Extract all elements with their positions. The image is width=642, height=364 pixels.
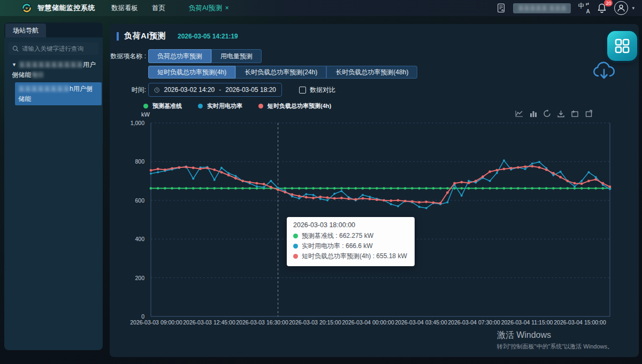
notification-badge: 20 [604,0,613,6]
tooltip-row-text: 预测基准线 : 662.275 kW [302,231,373,241]
notifications-bell-icon[interactable]: 20 [597,3,607,13]
download-icon[interactable] [557,110,565,118]
tooltip-series-dot-icon [293,234,298,238]
legend-dot-icon [143,104,148,109]
sidebar-tabstrip: 场站导航 [4,22,103,37]
clock-icon [154,87,160,94]
x-axis-labels: 2026-03-03 09:00:002026-03-03 12:45:0020… [151,319,610,327]
data-compare-checkbox[interactable] [299,87,306,94]
station-search-input[interactable]: 请输入关键字进行查询 [9,42,98,55]
forecast-horizon-tab-group: 短时负载总功率预测(4h)长时负载总功率预测(24h)长时负载总功率预测(48h… [148,66,417,79]
restore-icon[interactable] [543,110,551,118]
legend-item-2[interactable]: 短时负载总功率预测(4h) [258,102,331,110]
tooltip-row-text: 实时用电功率 : 666.6 kW [302,241,373,251]
menu-item-home[interactable]: 首页 [152,4,165,13]
search-placeholder: 请输入关键字进行查询 [22,45,83,53]
tree-item-project[interactable]: ▼某某某某某某某某某某用户侧储能项目 [4,58,103,81]
report-icon[interactable] [496,3,506,13]
horizon-tab-2[interactable]: 长时负载总功率预测(48h) [326,66,417,79]
language-switch-icon[interactable]: 中⇄A [578,3,590,13]
x-tick-label: 2026-03-04 07:30:00 [448,319,500,326]
y-tick-label: 600 [135,197,144,204]
data-zoom-icon[interactable] [571,110,579,118]
dataset-tab-group: 负荷总功率预测用电量预测 [148,49,262,63]
tooltip-row-0: 预测基准线 : 662.275 kW [293,231,407,241]
dataset-label: 数据项名称 : [110,52,146,61]
x-tick-label: 2026-03-03 20:15:00 [289,319,341,326]
legend-dot-icon [258,104,263,109]
menu-item-dashboard[interactable]: 数据看板 [111,4,138,13]
tab-load-ai-forecast[interactable]: 负荷AI预测 × [189,4,229,13]
app-logo-icon [21,3,32,13]
legend-label: 预测基准线 [152,102,182,110]
station-tree: ▼某某某某某某某某某某用户侧储能项目 某某某某某某某某h用户侧储能 [4,58,103,105]
title-accent-bar [117,32,119,41]
x-tick-label: 2026-03-03 12:45:00 [183,319,235,326]
time-start-value[interactable]: 2026-03-02 14:20 [164,86,215,94]
time-end-value[interactable]: 2026-03-05 18:20 [225,86,276,94]
y-tick-label: 800 [135,158,144,165]
x-tick-label: 2026-03-03 09:00:00 [130,319,182,326]
y-axis-labels: 02004006008001,000 [112,123,148,316]
tooltip-row-text: 短时负载总功率预测(4h) : 655.18 kW [302,251,407,261]
time-label: 时间: [110,86,146,95]
cloud-download-button[interactable] [592,60,616,82]
series-line-2 [151,166,610,203]
y-axis-unit: kW [141,111,150,118]
topbar-menu: 数据看板 首页 [111,4,165,13]
time-row: 时间: 2026-03-02 14:20 - 2026-03-05 18:20 … [110,83,335,97]
y-tick-label: 1,000 [131,120,144,126]
x-tick-label: 2026-03-04 00:00:00 [342,319,394,326]
x-tick-label: 2026-03-04 15:00:00 [554,319,606,326]
time-range-picker[interactable]: 2026-03-02 14:20 - 2026-03-05 18:20 [148,83,282,97]
dataset-row: 数据项名称 : 负荷总功率预测用电量预测 [110,49,262,63]
x-tick-label: 2026-03-04 03:45:00 [395,319,447,326]
subtab-row: 短时负载总功率预测(4h)长时负载总功率预测(24h)长时负载总功率预测(48h… [110,66,417,79]
user-menu-caret-icon[interactable]: ▾ [632,5,635,11]
avatar[interactable] [614,1,628,15]
topbar-right: 某某某某某 某某某 中⇄A 20 ▾ [496,1,635,15]
tab-label: 负荷AI预测 [189,4,222,13]
y-tick-label: 400 [135,236,144,242]
dataset-tab-0[interactable]: 负荷总功率预测 [148,49,211,63]
topbar: 智慧储能监控系统 数据看板 首页 负荷AI预测 × 某某某某某 某某某 中⇄A … [0,0,642,16]
sidebar-tab-station-nav[interactable]: 场站导航 [5,24,46,37]
tree-expand-caret-icon[interactable]: ▼ [12,61,17,69]
tooltip-row-1: 实时用电功率 : 666.6 kW [293,241,407,251]
main-panel: 负荷AI预测 2026-03-05 14:21:19 数据项名称 : 负荷总功率… [110,24,639,357]
legend-item-1[interactable]: 实时用电功率 [198,102,242,110]
x-tick-label: 2026-03-03 16:30:00 [236,319,288,326]
legend-dot-icon [198,104,203,109]
horizon-tab-0[interactable]: 短时负载总功率预测(4h) [148,66,235,79]
windows-activation-watermark: 激活 Windows 转到"控制面板"中的"系统"以激活 Windows。 [497,330,613,351]
horizon-tab-1[interactable]: 长时负载总功率预测(24h) [235,66,326,79]
cloud-download-icon [592,60,616,82]
tooltip-series-dot-icon [293,254,298,259]
data-compare-toggle[interactable]: 数据对比 [299,86,335,95]
page-header: 负荷AI预测 2026-03-05 14:21:19 [117,31,238,41]
forecast-chart[interactable]: 2026-03-03 18:00:00 预测基准线 : 662.275 kW实时… [151,123,610,316]
org-name-redacted: 某某某某某 某某某 [513,3,571,13]
legend-item-0[interactable]: 预测基准线 [143,102,182,110]
tab-close-icon[interactable]: × [225,4,229,12]
x-tick-label: 2026-03-04 11:15:00 [501,319,553,326]
page-title: 负荷AI预测 [124,31,166,41]
zoom-reset-icon[interactable] [585,110,593,118]
search-icon [12,45,19,52]
chart-legend: 预测基准线实时用电功率短时负载总功率预测(4h) [143,102,331,110]
station-sidebar: 场站导航 请输入关键字进行查询 ▼某某某某某某某某某某用户侧储能项目 某某某某某… [4,22,103,350]
bar-chart-icon[interactable] [529,110,537,118]
app-title: 智慧储能监控系统 [37,3,95,13]
grid-icon [614,37,631,55]
tooltip-series-dot-icon [293,244,298,249]
tooltip-title: 2026-03-03 18:00:00 [293,221,407,229]
chart-tooltip: 2026-03-03 18:00:00 预测基准线 : 662.275 kW实时… [287,217,415,266]
line-chart-icon[interactable] [515,110,523,118]
dataset-tab-1[interactable]: 用电量预测 [211,49,262,63]
tree-item-station-selected[interactable]: 某某某某某某某某h用户侧储能 [15,82,102,105]
tooltip-row-2: 短时负载总功率预测(4h) : 655.18 kW [293,251,407,261]
y-tick-label: 200 [135,275,144,281]
apps-grid-button[interactable] [607,31,637,61]
current-timestamp: 2026-03-05 14:21:19 [178,33,238,40]
legend-label: 实时用电功率 [207,102,242,110]
